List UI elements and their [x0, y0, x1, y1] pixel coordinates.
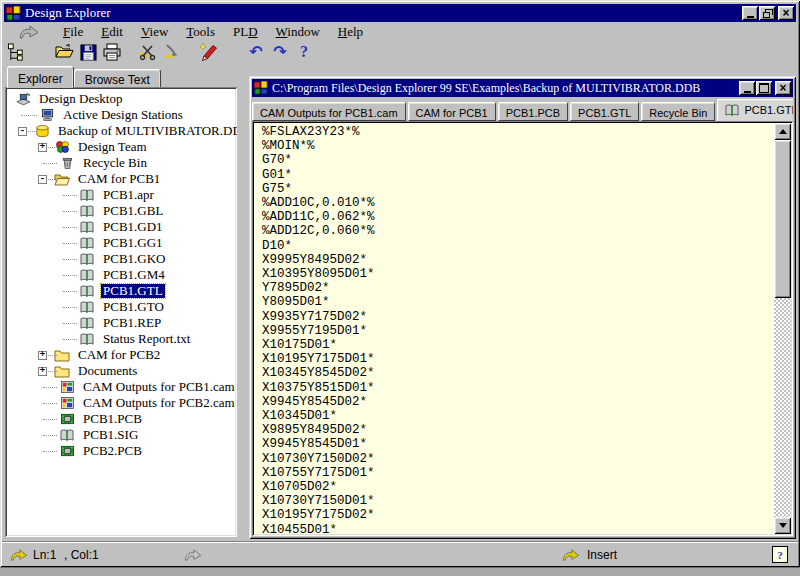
- maximize-button[interactable]: [756, 81, 772, 95]
- restore-button[interactable]: [759, 6, 775, 20]
- text-document-icon: [79, 332, 95, 346]
- doc-tab-pcb1-gtl[interactable]: PCB1.GTL: [570, 102, 639, 121]
- tree-item-active-design-stations[interactable]: Active Design Stations: [7, 107, 237, 123]
- desktop-edge-strip: [0, 567, 800, 576]
- vertical-scrollbar[interactable]: [774, 123, 791, 534]
- scroll-up-button[interactable]: [774, 123, 791, 140]
- recycle-bin-icon: [59, 156, 75, 170]
- app-window: Design Explorer × File Edit View Tools P…: [0, 0, 800, 567]
- open-document-button[interactable]: [52, 41, 76, 63]
- tree-item-cam-for-pcb1[interactable]: CAM for PCB1: [7, 171, 237, 187]
- tree-item-pcb1-gm4[interactable]: PCB1.GM4: [7, 267, 237, 283]
- tree-item-pcb1-gko[interactable]: PCB1.GKO: [7, 251, 237, 267]
- line-indicator: Ln:1: [33, 548, 56, 562]
- minimize-button[interactable]: [742, 6, 758, 20]
- save-icon: [80, 44, 97, 61]
- doc-tab-pcb1-gtl-active[interactable]: PCB1.GTL: [717, 99, 793, 121]
- tree-item-pcb2-pcb[interactable]: PCB2.PCB: [7, 443, 237, 459]
- doc-tab-recycle-bin[interactable]: Recycle Bin: [641, 102, 715, 121]
- close-button[interactable]: ×: [775, 81, 791, 95]
- doc-tab-cam-outputs-pcb1[interactable]: CAM Outputs for PCB1.cam: [252, 102, 406, 121]
- tree-item-design-team[interactable]: Design Team: [7, 139, 237, 155]
- tree-item-pcb1-gtl[interactable]: PCB1.GTL: [7, 283, 237, 299]
- minimize-icon: [747, 16, 754, 18]
- window-title: Design Explorer: [25, 5, 741, 21]
- tree-item-pcb1-gbl[interactable]: PCB1.GBL: [7, 203, 237, 219]
- design-team-icon: [54, 140, 70, 154]
- print-button[interactable]: [100, 41, 124, 63]
- scroll-down-button[interactable]: [774, 517, 791, 534]
- doc-tab-cam-for-pcb1[interactable]: CAM for PCB1: [408, 102, 496, 121]
- wizard-pen-button[interactable]: [196, 41, 220, 63]
- tree-item-pcb1-gd1[interactable]: PCB1.GD1: [7, 219, 237, 235]
- menu-edit[interactable]: Edit: [92, 23, 132, 41]
- jump-arrow-disabled-icon: [184, 549, 202, 561]
- toolbar: ↶ ↷ ?: [4, 40, 796, 64]
- save-button[interactable]: [76, 41, 100, 63]
- cursor-arrow-icon: [10, 549, 28, 561]
- menu-file[interactable]: File: [54, 23, 92, 41]
- undo-button[interactable]: ↶: [244, 41, 268, 63]
- tree-item-cam-outputs-pcb1[interactable]: CAM Outputs for PCB1.cam: [7, 379, 237, 395]
- cut-button[interactable]: [136, 41, 160, 63]
- tree-item-documents[interactable]: Documents: [7, 363, 237, 379]
- collapse-icon[interactable]: [38, 175, 47, 184]
- tree-item-design-desktop[interactable]: Design Desktop: [7, 91, 237, 107]
- expand-icon[interactable]: [38, 143, 47, 152]
- menu-pld[interactable]: PLD: [224, 23, 267, 41]
- tree-item-cam-for-pcb2[interactable]: CAM for PCB2: [7, 347, 237, 363]
- desktop-icon: [15, 92, 31, 106]
- tab-explorer[interactable]: Explorer: [7, 66, 74, 88]
- open-document-icon: [54, 44, 74, 60]
- expand-icon[interactable]: [38, 351, 47, 360]
- tree-item-pcb1-gg1[interactable]: PCB1.GG1: [7, 235, 237, 251]
- close-icon: ×: [779, 83, 786, 93]
- wizard-pen-icon: [197, 42, 219, 62]
- document-title-bar: C:\Program Files\Design Explorer 99 SE\E…: [252, 79, 793, 97]
- text-document-icon: [79, 284, 95, 298]
- tab-browse-text[interactable]: Browse Text: [74, 69, 161, 88]
- tree-item-pcb1-apr[interactable]: PCB1.apr: [7, 187, 237, 203]
- redo-button[interactable]: ↷: [268, 41, 292, 63]
- scroll-down-icon: [779, 523, 787, 528]
- design-manager-button[interactable]: [4, 41, 28, 63]
- cam-output-icon: [59, 396, 75, 410]
- menu-arrow-icon[interactable]: [12, 24, 46, 40]
- scrollbar-thumb[interactable]: [774, 140, 791, 298]
- menu-tools[interactable]: Tools: [177, 23, 224, 41]
- tree-item-pcb1-rep[interactable]: PCB1.REP: [7, 315, 237, 331]
- menu-help[interactable]: Help: [329, 23, 372, 41]
- gerber-text-editor[interactable]: %FSLAX23Y23*% %MOIN*% G70* G01* G75* %AD…: [254, 123, 774, 534]
- tree-item-recycle-bin[interactable]: Recycle Bin: [7, 155, 237, 171]
- design-explorer-logo-icon: [6, 6, 21, 21]
- doc-tab-pcb1-pcb[interactable]: PCB1.PCB: [498, 102, 568, 121]
- expand-icon[interactable]: [38, 367, 47, 376]
- tree-item-backup-ddb[interactable]: Backup of MULTIVIBRATOR.DDB: [7, 123, 237, 139]
- text-document-icon: [59, 428, 75, 442]
- status-help-button[interactable]: ?: [772, 546, 788, 563]
- collapse-icon[interactable]: [18, 127, 27, 136]
- menu-window[interactable]: Window: [267, 23, 329, 41]
- help-button[interactable]: ?: [292, 41, 316, 63]
- pcb-document-icon: [59, 444, 75, 458]
- database-icon: [34, 124, 50, 138]
- tree-item-pcb1-pcb[interactable]: PCB1.PCB: [7, 411, 237, 427]
- tree-item-pcb1-gto[interactable]: PCB1.GTO: [7, 299, 237, 315]
- minimize-button[interactable]: [739, 81, 755, 95]
- close-button[interactable]: ×: [778, 6, 794, 20]
- tree-item-status-report[interactable]: Status Report.txt: [7, 331, 237, 347]
- pcb-document-icon: [59, 412, 75, 426]
- restore-icon: [763, 9, 772, 17]
- tree-item-pcb1-sig[interactable]: PCB1.SIG: [7, 427, 237, 443]
- copy-format-button[interactable]: [160, 41, 184, 63]
- print-icon: [102, 43, 122, 61]
- tree-item-cam-outputs-pcb2[interactable]: CAM Outputs for PCB2.cam: [7, 395, 237, 411]
- folder-icon: [54, 348, 70, 362]
- text-document-icon: [79, 316, 95, 330]
- text-document-icon: [79, 220, 95, 234]
- text-document-icon: [724, 104, 740, 117]
- active-doc-tab-label: PCB1.GTL: [744, 104, 793, 116]
- help-icon: ?: [300, 43, 308, 61]
- text-document-icon: [79, 236, 95, 250]
- menu-view[interactable]: View: [132, 23, 177, 41]
